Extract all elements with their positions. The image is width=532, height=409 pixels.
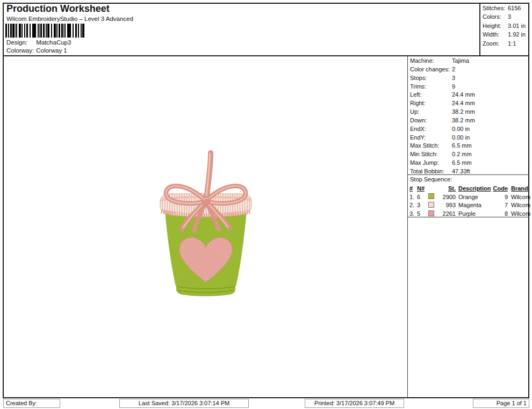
col-header-st: St. xyxy=(437,185,456,192)
machine-value: 24.4 mm xyxy=(452,91,475,100)
header-divider xyxy=(479,3,480,56)
thread-color-swatch xyxy=(428,193,437,200)
machine-label: Color changes: xyxy=(410,66,452,75)
design-value: MatchaCup3 xyxy=(36,39,71,46)
machine-value: 38.2 mm xyxy=(452,117,475,126)
machine-label: Machine: xyxy=(410,57,452,66)
stop-row-description: Orange xyxy=(456,194,492,200)
stop-row-code: 7 xyxy=(492,202,508,208)
stop-row-st: 2261 xyxy=(437,210,456,217)
production-worksheet-page: Production Worksheet Wilcom EmbroiderySt… xyxy=(0,0,532,409)
summary-value: 3 xyxy=(508,13,526,22)
design-barcode xyxy=(5,24,85,38)
panel-divider xyxy=(407,56,408,398)
machine-label: Trims: xyxy=(410,83,452,92)
embroidery-design-preview xyxy=(155,149,257,302)
machine-value: 0.2 mm xyxy=(452,151,475,159)
machine-label: Min Stitch: xyxy=(410,151,452,159)
stop-row-st: 993 xyxy=(437,202,456,208)
machine-label: Stops: xyxy=(410,75,452,83)
thread-color-swatch-chip xyxy=(428,193,434,199)
machine-value: 9 xyxy=(452,83,475,92)
footer-created-by: Created By: xyxy=(3,399,60,408)
summary-value: 3.01 in xyxy=(508,23,526,31)
machine-info-panel: Machine:Tajima Color changes:2 Stops:3 T… xyxy=(410,57,475,177)
stop-sequence-title: Stop Sequence: xyxy=(410,176,452,182)
machine-value: 47.33ft xyxy=(452,168,475,177)
machine-label: Right: xyxy=(410,100,452,108)
stop-row-code: 8 xyxy=(492,210,508,217)
machine-label: EndX: xyxy=(410,126,452,134)
stop-row-brand: Wilcom xyxy=(508,194,529,200)
col-header-code: Code xyxy=(492,185,508,192)
summary-label: Colors: xyxy=(483,13,508,22)
thread-color-swatch-chip xyxy=(428,210,434,216)
machine-value: Tajima xyxy=(452,57,475,66)
design-summary-box: Stitches:6156 Colors:3 Height:3.01 in Wi… xyxy=(483,5,526,49)
summary-label: Width: xyxy=(483,31,508,40)
summary-value: 1:1 xyxy=(508,40,526,49)
machine-value: 38.2 mm xyxy=(452,108,475,117)
colorway-label: Colorway: xyxy=(6,47,34,54)
stop-row-st: 2900 xyxy=(437,194,456,200)
machine-value: 0.00 in xyxy=(452,126,475,134)
stop-row-code: 9 xyxy=(492,194,508,200)
machine-value: 6.5 mm xyxy=(452,159,475,168)
stop-row-num: 2. xyxy=(409,202,417,208)
footer-last-saved: Last Saved: 3/17/2026 3:07:14 PM xyxy=(119,399,249,408)
machine-label: Total Bobbin: xyxy=(410,168,452,177)
summary-label: Height: xyxy=(483,23,508,31)
stop-sequence-table: # N# St. Description Code Brand 1. 6 290… xyxy=(409,184,529,218)
machine-value: 3 xyxy=(452,75,475,83)
machine-value: 6.5 mm xyxy=(452,142,475,151)
design-label: Design: xyxy=(6,39,34,46)
stop-row-brand: Wilcom xyxy=(508,210,529,217)
footer-printed: Printed: 3/17/2026 3:07:49 PM xyxy=(305,399,404,408)
app-subtitle: Wilcom EmbroideryStudio – Level 3 Advanc… xyxy=(6,16,133,22)
summary-value: 1.92 in xyxy=(508,31,526,40)
col-header-num: # xyxy=(409,185,417,192)
machine-label: Left: xyxy=(410,91,452,100)
thread-color-swatch-chip xyxy=(428,202,434,208)
machine-value: 24.4 mm xyxy=(452,100,475,108)
machine-label: EndY: xyxy=(410,134,452,143)
stop-row-description: Purple xyxy=(456,210,492,217)
stop-row-description: Magenta xyxy=(456,202,492,208)
thread-color-swatch xyxy=(428,210,437,217)
col-header-description: Description xyxy=(456,185,492,192)
col-header-brand: Brand xyxy=(508,185,529,192)
summary-label: Zoom: xyxy=(483,40,508,49)
stop-row-n: 5 xyxy=(417,210,428,217)
machine-label: Down: xyxy=(410,117,452,126)
col-header-n: N# xyxy=(417,185,428,192)
machine-label: Max Stitch: xyxy=(410,142,452,151)
stop-row-n: 6 xyxy=(417,194,428,200)
header-bottom-line xyxy=(3,55,529,56)
stop-row-num: 1. xyxy=(409,194,417,200)
footer-page-number: Page 1 of 1 xyxy=(473,399,529,408)
page-title: Production Worksheet xyxy=(6,3,110,14)
stop-row-num: 3. xyxy=(409,210,417,217)
machine-label: Up: xyxy=(410,108,452,117)
machine-value: 2 xyxy=(452,66,475,75)
colorway-value: Colorway 1 xyxy=(36,47,67,54)
stop-row-n: 3 xyxy=(417,202,428,208)
thread-color-swatch xyxy=(428,202,437,209)
stop-row-brand: Wilcom xyxy=(508,202,529,208)
summary-label: Stitches: xyxy=(483,5,508,13)
summary-value: 6156 xyxy=(508,5,526,13)
colorway-row: Colorway: Colorway 1 xyxy=(6,47,67,54)
machine-value: 0.00 in xyxy=(452,134,475,143)
design-name-row: Design: MatchaCup3 xyxy=(6,39,71,46)
machine-label: Max Jump: xyxy=(410,159,452,168)
